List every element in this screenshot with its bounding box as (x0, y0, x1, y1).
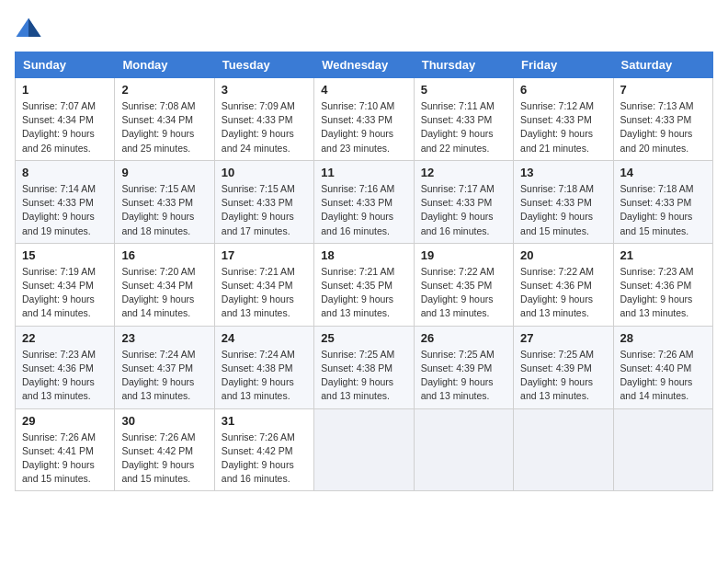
calendar-cell (314, 408, 414, 491)
week-row-4: 22Sunrise: 7:23 AMSunset: 4:36 PMDayligh… (16, 326, 713, 408)
day-number: 5 (421, 83, 506, 97)
calendar-cell: 14Sunrise: 7:18 AMSunset: 4:33 PMDayligh… (613, 160, 712, 243)
day-number: 29 (22, 414, 108, 428)
day-number: 31 (222, 414, 307, 428)
calendar-cell (414, 408, 513, 491)
week-row-2: 8Sunrise: 7:14 AMSunset: 4:33 PMDaylight… (16, 160, 713, 243)
calendar-cell (613, 408, 712, 491)
calendar-body: 1Sunrise: 7:07 AMSunset: 4:34 PMDaylight… (16, 78, 713, 491)
day-info: Sunrise: 7:25 AMSunset: 4:38 PMDaylight:… (321, 348, 406, 404)
day-info: Sunrise: 7:15 AMSunset: 4:33 PMDaylight:… (222, 182, 307, 238)
calendar-cell: 31Sunrise: 7:26 AMSunset: 4:42 PMDayligh… (214, 408, 313, 491)
day-info: Sunrise: 7:26 AMSunset: 4:41 PMDaylight:… (22, 431, 108, 487)
calendar-cell: 12Sunrise: 7:17 AMSunset: 4:33 PMDayligh… (414, 160, 513, 243)
day-info: Sunrise: 7:18 AMSunset: 4:33 PMDaylight:… (520, 182, 606, 238)
day-info: Sunrise: 7:16 AMSunset: 4:33 PMDaylight:… (321, 182, 406, 238)
day-info: Sunrise: 7:21 AMSunset: 4:34 PMDaylight:… (222, 265, 307, 321)
logo-icon (15, 15, 42, 42)
calendar-cell: 6Sunrise: 7:12 AMSunset: 4:33 PMDaylight… (514, 78, 613, 161)
day-number: 24 (222, 331, 307, 345)
week-row-5: 29Sunrise: 7:26 AMSunset: 4:41 PMDayligh… (16, 408, 713, 491)
calendar-cell: 25Sunrise: 7:25 AMSunset: 4:38 PMDayligh… (314, 326, 414, 408)
day-info: Sunrise: 7:26 AMSunset: 4:40 PMDaylight:… (620, 348, 706, 404)
day-number: 13 (520, 166, 606, 179)
day-number: 3 (222, 83, 307, 97)
day-info: Sunrise: 7:21 AMSunset: 4:35 PMDaylight:… (321, 265, 406, 321)
day-info: Sunrise: 7:25 AMSunset: 4:39 PMDaylight:… (421, 348, 506, 404)
day-number: 17 (222, 248, 307, 262)
day-number: 25 (321, 331, 406, 345)
calendar-cell: 9Sunrise: 7:15 AMSunset: 4:33 PMDaylight… (115, 160, 214, 243)
calendar-cell: 1Sunrise: 7:07 AMSunset: 4:34 PMDaylight… (16, 78, 115, 161)
logo (15, 15, 46, 42)
day-info: Sunrise: 7:24 AMSunset: 4:37 PMDaylight:… (121, 348, 207, 404)
day-number: 23 (121, 331, 207, 345)
day-number: 20 (520, 248, 606, 262)
calendar-cell (514, 408, 613, 491)
day-number: 21 (620, 248, 706, 262)
calendar-cell: 22Sunrise: 7:23 AMSunset: 4:36 PMDayligh… (16, 326, 115, 408)
calendar-cell: 8Sunrise: 7:14 AMSunset: 4:33 PMDaylight… (16, 160, 115, 243)
calendar-cell: 29Sunrise: 7:26 AMSunset: 4:41 PMDayligh… (16, 408, 115, 491)
svg-marker-1 (28, 18, 41, 37)
day-info: Sunrise: 7:17 AMSunset: 4:33 PMDaylight:… (421, 182, 506, 238)
calendar-cell: 3Sunrise: 7:09 AMSunset: 4:33 PMDaylight… (214, 78, 313, 161)
day-info: Sunrise: 7:08 AMSunset: 4:34 PMDaylight:… (121, 99, 207, 155)
day-info: Sunrise: 7:15 AMSunset: 4:33 PMDaylight:… (121, 182, 207, 238)
day-number: 10 (222, 166, 307, 179)
day-header-wednesday: Wednesday (314, 52, 414, 78)
calendar-cell: 17Sunrise: 7:21 AMSunset: 4:34 PMDayligh… (214, 243, 313, 326)
calendar-table: SundayMondayTuesdayWednesdayThursdayFrid… (15, 52, 713, 491)
day-number: 1 (22, 83, 108, 97)
day-info: Sunrise: 7:22 AMSunset: 4:35 PMDaylight:… (421, 265, 506, 321)
day-number: 11 (321, 166, 406, 179)
day-info: Sunrise: 7:11 AMSunset: 4:33 PMDaylight:… (421, 99, 506, 155)
day-info: Sunrise: 7:10 AMSunset: 4:33 PMDaylight:… (321, 99, 406, 155)
calendar-cell: 23Sunrise: 7:24 AMSunset: 4:37 PMDayligh… (115, 326, 214, 408)
day-number: 6 (520, 83, 606, 97)
day-number: 26 (421, 331, 506, 345)
day-number: 2 (121, 83, 207, 97)
day-info: Sunrise: 7:26 AMSunset: 4:42 PMDaylight:… (121, 431, 207, 487)
day-info: Sunrise: 7:12 AMSunset: 4:33 PMDaylight:… (520, 99, 606, 155)
day-info: Sunrise: 7:09 AMSunset: 4:33 PMDaylight:… (222, 99, 307, 155)
day-header-row: SundayMondayTuesdayWednesdayThursdayFrid… (16, 52, 713, 78)
day-info: Sunrise: 7:14 AMSunset: 4:33 PMDaylight:… (22, 182, 108, 238)
day-number: 22 (22, 331, 108, 345)
day-number: 30 (121, 414, 207, 428)
calendar-cell: 2Sunrise: 7:08 AMSunset: 4:34 PMDaylight… (115, 78, 214, 161)
calendar-cell: 15Sunrise: 7:19 AMSunset: 4:34 PMDayligh… (16, 243, 115, 326)
day-number: 9 (121, 166, 207, 179)
calendar-cell: 27Sunrise: 7:25 AMSunset: 4:39 PMDayligh… (514, 326, 613, 408)
day-header-saturday: Saturday (613, 52, 712, 78)
week-row-3: 15Sunrise: 7:19 AMSunset: 4:34 PMDayligh… (16, 243, 713, 326)
calendar-cell: 30Sunrise: 7:26 AMSunset: 4:42 PMDayligh… (115, 408, 214, 491)
day-number: 16 (121, 248, 207, 262)
calendar-cell: 10Sunrise: 7:15 AMSunset: 4:33 PMDayligh… (214, 160, 313, 243)
day-info: Sunrise: 7:07 AMSunset: 4:34 PMDaylight:… (22, 99, 108, 155)
calendar-cell: 13Sunrise: 7:18 AMSunset: 4:33 PMDayligh… (514, 160, 613, 243)
day-info: Sunrise: 7:22 AMSunset: 4:36 PMDaylight:… (520, 265, 606, 321)
calendar-cell: 24Sunrise: 7:24 AMSunset: 4:38 PMDayligh… (214, 326, 313, 408)
calendar-cell: 18Sunrise: 7:21 AMSunset: 4:35 PMDayligh… (314, 243, 414, 326)
calendar-cell: 7Sunrise: 7:13 AMSunset: 4:33 PMDaylight… (613, 78, 712, 161)
calendar-cell: 28Sunrise: 7:26 AMSunset: 4:40 PMDayligh… (613, 326, 712, 408)
day-info: Sunrise: 7:13 AMSunset: 4:33 PMDaylight:… (620, 99, 706, 155)
day-number: 4 (321, 83, 406, 97)
page-header (15, 15, 713, 42)
calendar-cell: 4Sunrise: 7:10 AMSunset: 4:33 PMDaylight… (314, 78, 414, 161)
calendar-header: SundayMondayTuesdayWednesdayThursdayFrid… (16, 52, 713, 78)
day-number: 12 (421, 166, 506, 179)
calendar-cell: 20Sunrise: 7:22 AMSunset: 4:36 PMDayligh… (514, 243, 613, 326)
day-info: Sunrise: 7:26 AMSunset: 4:42 PMDaylight:… (222, 431, 307, 487)
day-info: Sunrise: 7:24 AMSunset: 4:38 PMDaylight:… (222, 348, 307, 404)
day-header-monday: Monday (115, 52, 214, 78)
day-info: Sunrise: 7:19 AMSunset: 4:34 PMDaylight:… (22, 265, 108, 321)
day-header-tuesday: Tuesday (214, 52, 313, 78)
day-info: Sunrise: 7:25 AMSunset: 4:39 PMDaylight:… (520, 348, 606, 404)
week-row-1: 1Sunrise: 7:07 AMSunset: 4:34 PMDaylight… (16, 78, 713, 161)
day-header-thursday: Thursday (414, 52, 513, 78)
day-number: 28 (620, 331, 706, 345)
day-info: Sunrise: 7:18 AMSunset: 4:33 PMDaylight:… (620, 182, 706, 238)
calendar-cell: 19Sunrise: 7:22 AMSunset: 4:35 PMDayligh… (414, 243, 513, 326)
